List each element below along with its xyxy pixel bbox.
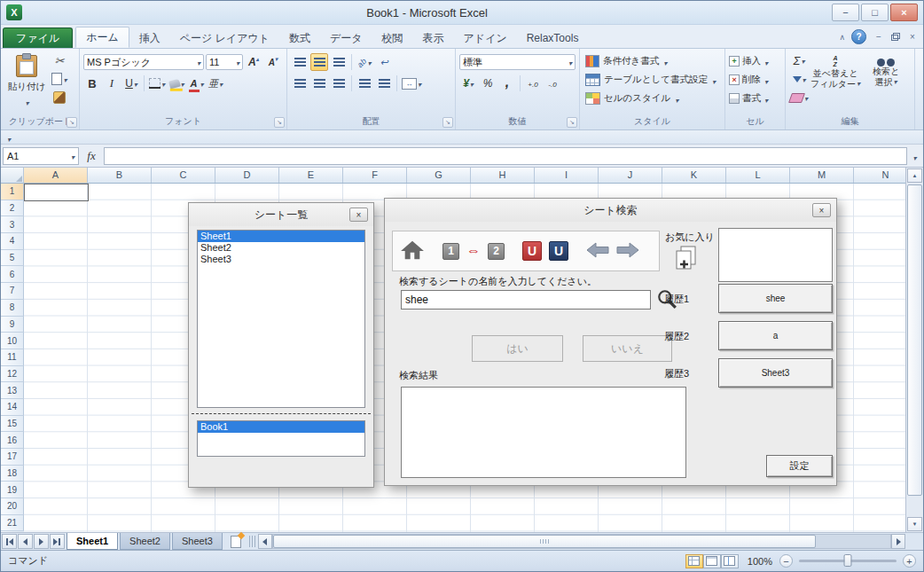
qat-customize-arrow[interactable] (6, 129, 11, 145)
page-layout-view-button[interactable] (703, 554, 721, 568)
column-header-D[interactable]: D (215, 168, 279, 184)
sheet-list-close-icon[interactable] (349, 208, 368, 222)
insert-worksheet-button[interactable] (224, 533, 247, 550)
vertical-scroll-thumb[interactable] (907, 184, 922, 496)
row-header-5[interactable]: 5 (1, 250, 24, 267)
row-header-15[interactable]: 15 (1, 416, 24, 433)
undo-navy-button[interactable]: U (549, 241, 568, 261)
sheet-list-item[interactable]: Sheet1 (198, 231, 364, 242)
sheet-list-dialog-titlebar[interactable]: シート一覧 (189, 203, 373, 226)
conditional-formatting-button[interactable]: 条件付き書式 (583, 51, 721, 70)
decrease-decimal-button[interactable] (544, 74, 561, 92)
font-size-combo[interactable]: 11 (206, 54, 243, 70)
zoom-level[interactable]: 100% (748, 556, 772, 567)
sheet-tab-sheet2[interactable]: Sheet2 (120, 533, 170, 550)
sheet-search-close-icon[interactable] (812, 203, 831, 217)
tab-page-layout[interactable]: ページ レイアウト (170, 28, 279, 48)
tab-review[interactable]: 校閲 (372, 28, 413, 48)
select-all-corner[interactable] (1, 168, 24, 184)
align-top-button[interactable] (291, 53, 309, 71)
close-button[interactable] (890, 4, 918, 21)
comma-format-button[interactable] (498, 74, 516, 92)
tab-relaxtools[interactable]: RelaxTools (517, 28, 589, 48)
normal-view-button[interactable] (685, 554, 703, 568)
no-button[interactable]: いいえ (583, 335, 672, 362)
column-header-L[interactable]: L (726, 168, 790, 184)
column-header-M[interactable]: M (790, 168, 854, 184)
align-center-button[interactable] (310, 74, 328, 92)
maximize-button[interactable] (861, 4, 889, 21)
italic-button[interactable]: I (103, 74, 121, 92)
vertical-scrollbar[interactable] (905, 168, 923, 532)
history1-button[interactable]: shee (718, 284, 833, 313)
format-as-table-button[interactable]: テーブルとして書式設定 (583, 70, 721, 89)
phonetic-guide-button[interactable] (207, 74, 224, 92)
back-arrow-icon[interactable] (586, 242, 609, 261)
forward-arrow-icon[interactable] (616, 242, 639, 261)
merge-center-button[interactable] (401, 74, 422, 92)
tab-data[interactable]: データ (320, 28, 372, 48)
history2-button[interactable]: a (718, 321, 833, 350)
font-name-combo[interactable]: MS Pゴシック (83, 54, 204, 70)
first-sheet-button[interactable] (2, 534, 17, 549)
undo-red-button[interactable]: U (522, 241, 542, 261)
row-header-1[interactable]: 1 (1, 184, 24, 200)
format-painter-button[interactable] (51, 89, 68, 106)
hscroll-right-button[interactable] (891, 534, 905, 549)
workbook-restore-button[interactable] (891, 33, 900, 41)
next-sheet-button[interactable] (34, 534, 49, 549)
sheet-list-item[interactable]: Sheet3 (198, 254, 364, 265)
alignment-dialog-launcher[interactable] (442, 117, 453, 128)
column-header-E[interactable]: E (279, 168, 343, 184)
tab-home[interactable]: ホーム (75, 27, 129, 48)
expand-formula-bar-button[interactable] (907, 148, 921, 164)
font-dialog-launcher[interactable] (274, 117, 285, 128)
sheet-one-button[interactable]: 1 (442, 243, 459, 260)
tab-view[interactable]: 表示 (413, 28, 454, 48)
zoom-slider-thumb[interactable] (844, 554, 852, 567)
search-results-box[interactable] (401, 387, 686, 478)
delete-cells-button[interactable]: 削除 (729, 70, 781, 89)
sheet-two-button[interactable]: 2 (488, 243, 505, 260)
copy-button[interactable] (51, 70, 68, 88)
percent-format-button[interactable] (479, 74, 497, 92)
row-header-4[interactable]: 4 (1, 233, 24, 250)
book-list-item[interactable]: Book1 (198, 421, 364, 433)
clear-button[interactable] (789, 89, 809, 106)
tab-insert[interactable]: 挿入 (129, 28, 170, 48)
orientation-button[interactable] (356, 53, 373, 71)
row-header-19[interactable]: 19 (1, 482, 24, 498)
help-icon[interactable] (851, 29, 866, 44)
zoom-out-button[interactable] (779, 554, 793, 568)
decrease-indent-button[interactable] (356, 74, 373, 92)
sheet-list-item[interactable]: Sheet2 (198, 242, 364, 254)
tab-formulas[interactable]: 数式 (279, 28, 320, 48)
shrink-font-button[interactable] (264, 53, 282, 71)
row-header-10[interactable]: 10 (1, 333, 24, 349)
cut-button[interactable] (51, 51, 68, 69)
borders-button[interactable] (148, 74, 166, 92)
column-header-H[interactable]: H (471, 168, 535, 184)
column-header-J[interactable]: J (599, 168, 662, 184)
underline-button[interactable]: U (122, 74, 140, 92)
history3-button[interactable]: Sheet3 (718, 358, 833, 388)
grow-font-button[interactable] (245, 53, 262, 71)
row-header-18[interactable]: 18 (1, 466, 24, 482)
format-cells-button[interactable]: 書式 (729, 89, 781, 107)
sort-filter-button[interactable]: 並べ替えと フィルター (811, 51, 859, 106)
zoom-in-button[interactable] (903, 554, 916, 568)
sheet-tab-sheet1[interactable]: Sheet1 (67, 533, 118, 550)
align-right-button[interactable] (330, 74, 348, 92)
row-header-7[interactable]: 7 (1, 283, 24, 300)
row-header-20[interactable]: 20 (1, 498, 24, 515)
row-header-8[interactable]: 8 (1, 300, 24, 317)
page-break-view-button[interactable] (721, 554, 739, 568)
column-header-G[interactable]: G (407, 168, 471, 184)
bold-button[interactable]: B (83, 74, 101, 92)
minimize-button[interactable] (832, 4, 859, 21)
row-header-9[interactable]: 9 (1, 317, 24, 333)
row-header-16[interactable]: 16 (1, 432, 24, 449)
fill-button[interactable] (789, 70, 809, 88)
column-header-N[interactable]: N (854, 168, 905, 184)
align-bottom-button[interactable] (330, 53, 348, 71)
